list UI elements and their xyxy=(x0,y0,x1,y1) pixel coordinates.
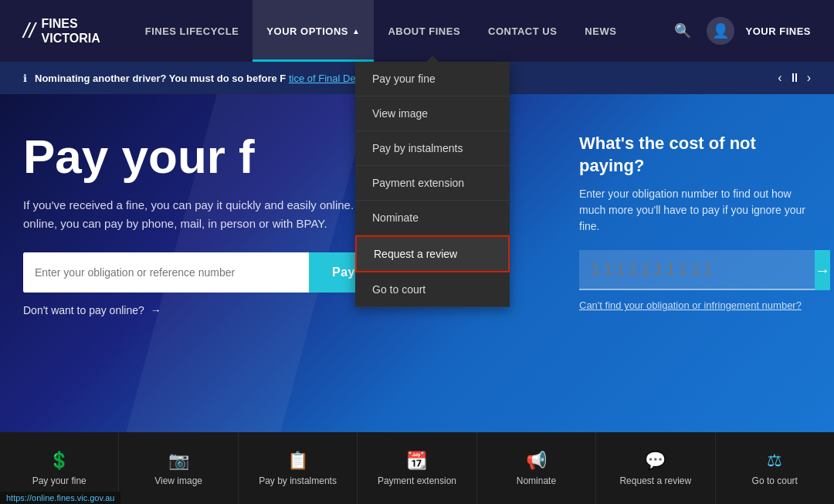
cost-panel-title: What's the cost of not paying? xyxy=(579,133,811,177)
bottom-nav-pay-instalments[interactable]: 📋 Pay by instalments xyxy=(239,432,358,504)
obligation-number-input[interactable] xyxy=(579,250,815,290)
obligation-search-input[interactable] xyxy=(23,252,309,293)
banner-next-button[interactable]: › xyxy=(807,71,811,85)
bottom-nav-view-image[interactable]: 📷 View image xyxy=(119,432,238,504)
dropdown-pay-fine[interactable]: Pay your fine xyxy=(355,62,510,96)
nav-about-fines[interactable]: ABOUT FINES xyxy=(374,0,474,62)
bottom-nav-request-review[interactable]: 💬 Request a review xyxy=(596,432,715,504)
user-account-button[interactable]: 👤 xyxy=(707,17,734,45)
arrow-icon: → xyxy=(151,304,161,316)
dropdown-go-to-court[interactable]: Go to court xyxy=(355,272,510,307)
logo-icon: // xyxy=(23,19,36,43)
cost-panel-description: Enter your obligation number to find out… xyxy=(579,186,811,235)
obligation-go-button[interactable]: → xyxy=(815,250,830,290)
pay-search-bar: Pay xyxy=(23,252,378,293)
nav-news[interactable]: NEWS xyxy=(571,0,630,62)
bottom-nav-extension-label: Payment extension xyxy=(378,475,456,486)
nav-fines-lifecycle[interactable]: FINES LIFECYCLE xyxy=(131,0,253,62)
search-button[interactable]: 🔍 xyxy=(670,19,695,43)
bottom-nav-instalments-label: Pay by instalments xyxy=(259,475,337,486)
dollar-icon: 💲 xyxy=(49,451,70,471)
bottom-nav-bar: 💲 Pay your fine 📷 View image 📋 Pay by in… xyxy=(0,432,834,504)
bottom-nav-go-to-court[interactable]: ⚖ Go to court xyxy=(716,432,834,504)
bottom-nav-review-label: Request a review xyxy=(619,475,691,486)
dropdown-view-image[interactable]: View image xyxy=(355,96,510,131)
your-fines-button[interactable]: YOUR FINES xyxy=(746,25,811,37)
dropdown-pay-instalments[interactable]: Pay by instalments xyxy=(355,131,510,166)
bottom-nav-nominate[interactable]: 📢 Nominate xyxy=(477,432,596,504)
status-bar: https://online.fines.vic.gov.au xyxy=(0,492,120,504)
logo[interactable]: // FINES VICTORIA xyxy=(23,16,100,46)
main-nav: FINES LIFECYCLE YOUR OPTIONS ▲ ABOUT FIN… xyxy=(131,0,670,62)
cost-panel-content: What's the cost of not paying? Enter you… xyxy=(579,133,811,311)
instalments-icon: 📋 xyxy=(287,451,308,471)
dropdown-payment-extension[interactable]: Payment extension xyxy=(355,166,510,201)
header-right: 🔍 👤 YOUR FINES xyxy=(670,17,811,45)
header: // FINES VICTORIA FINES LIFECYCLE YOUR O… xyxy=(0,0,834,62)
info-icon: ℹ xyxy=(23,73,27,84)
nav-your-options[interactable]: YOUR OPTIONS ▲ xyxy=(253,0,374,62)
obligation-input-row: → xyxy=(579,250,811,290)
banner-prev-button[interactable]: ‹ xyxy=(778,71,781,85)
status-url: https://online.fines.vic.gov.au xyxy=(6,493,114,502)
info-text: Nominating another driver? You must do s… xyxy=(35,73,381,84)
calendar-icon: 📆 xyxy=(406,451,427,471)
review-icon: 💬 xyxy=(645,451,666,471)
bottom-nav-pay-fine-label: Pay your fine xyxy=(32,475,86,486)
banner-pause-button[interactable]: ⏸ xyxy=(788,71,801,85)
court-icon: ⚖ xyxy=(767,451,782,471)
nominate-icon: 📢 xyxy=(526,451,547,471)
pay-search-wrapper: Pay xyxy=(23,252,378,293)
chevron-down-icon: ▲ xyxy=(352,27,360,36)
nav-contact-us[interactable]: CONTACT US xyxy=(474,0,571,62)
bottom-nav-view-image-label: View image xyxy=(154,475,202,486)
logo-text: FINES VICTORIA xyxy=(42,16,100,46)
camera-icon: 📷 xyxy=(168,451,189,471)
cost-panel: What's the cost of not paying? Enter you… xyxy=(579,125,811,311)
banner-controls: ‹ ⏸ › xyxy=(778,71,811,85)
dropdown-request-review[interactable]: Request a review xyxy=(355,235,510,272)
dropdown-nominate[interactable]: Nominate xyxy=(355,201,510,235)
bottom-nav-nominate-label: Nominate xyxy=(517,475,556,486)
your-options-dropdown: Pay your fine View image Pay by instalme… xyxy=(355,62,510,307)
cant-find-link[interactable]: Can't find your obligation or infringeme… xyxy=(579,299,811,311)
bottom-nav-court-label: Go to court xyxy=(752,475,798,486)
bottom-nav-payment-extension[interactable]: 📆 Payment extension xyxy=(358,432,476,504)
